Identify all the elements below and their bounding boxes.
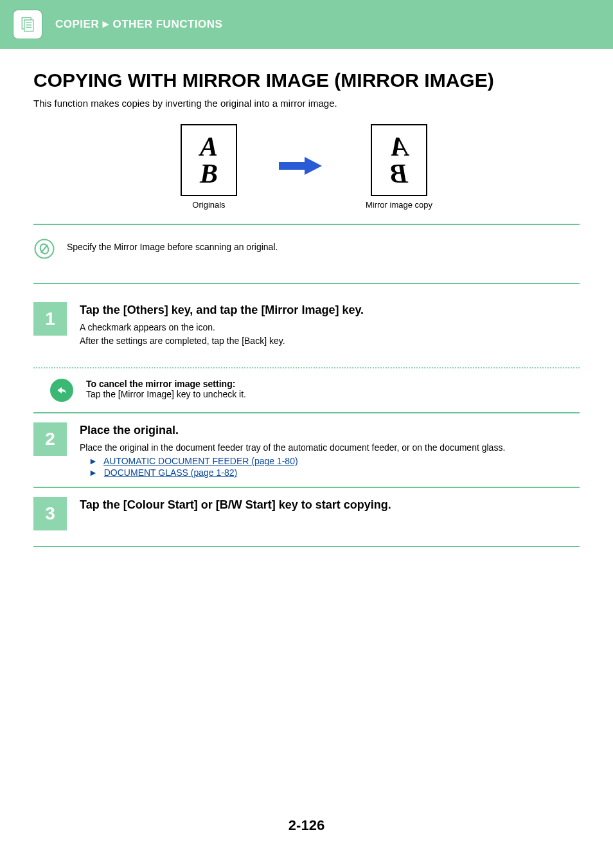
copier-icon [13, 10, 42, 39]
step-3-title: Tap the [Colour Start] or [B/W Start] ke… [80, 498, 580, 512]
link-row-1: ► AUTOMATIC DOCUMENT FEEDER (page 1-80) [80, 456, 580, 466]
breadcrumb: COPIER►OTHER FUNCTIONS [55, 18, 222, 31]
breadcrumb-copier[interactable]: COPIER [55, 18, 99, 30]
breadcrumb-arrow-icon: ► [100, 18, 111, 30]
svg-rect-1 [24, 20, 33, 32]
svg-marker-6 [305, 157, 322, 175]
intro-text: This function makes copies by inverting … [33, 98, 580, 109]
step-2-text: Place the original in the document feede… [80, 441, 580, 455]
step-2-body: Place the original. Place the original i… [80, 422, 580, 478]
page-title: COPYING WITH MIRROR IMAGE (MIRROR IMAGE) [33, 69, 580, 91]
diagram-original: A B Originals [181, 124, 237, 210]
step-number-badge: 2 [33, 422, 67, 456]
letter-a: A [200, 133, 218, 160]
step-1-title: Tap the [Others] key, and tap the [Mirro… [80, 303, 580, 317]
triangle-bullet-icon: ► [89, 456, 98, 466]
step-1-line1: A checkmark appears on the icon. [80, 321, 580, 334]
breadcrumb-other-functions[interactable]: OTHER FUNCTIONS [113, 18, 223, 30]
svg-line-9 [41, 245, 48, 253]
end-divider [33, 546, 580, 547]
step-3: 3 Tap the [Colour Start] or [B/W Start] … [33, 487, 580, 539]
cancel-title: To cancel the mirror image setting: [86, 379, 246, 389]
link-adf[interactable]: AUTOMATIC DOCUMENT FEEDER (page 1-80) [103, 456, 298, 466]
letter-b: B [200, 160, 218, 187]
step-1: 1 Tap the [Others] key, and tap the [Mir… [33, 293, 580, 357]
divider [33, 283, 580, 284]
caption-mirror: Mirror image copy [366, 200, 432, 210]
back-icon [50, 379, 73, 402]
caption-original: Originals [181, 200, 237, 210]
step-3-body: Tap the [Colour Start] or [B/W Start] ke… [80, 497, 580, 516]
page-header: COPIER►OTHER FUNCTIONS [0, 0, 613, 49]
step-2-title: Place the original. [80, 424, 580, 437]
note-text: Specify the Mirror Image before scanning… [67, 238, 278, 252]
original-page-icon: A B [181, 124, 237, 196]
step-1-line2: After the settings are completed, tap th… [80, 334, 580, 348]
info-note: Specify the Mirror Image before scanning… [33, 234, 580, 269]
step-1-body: Tap the [Others] key, and tap the [Mirro… [80, 302, 580, 348]
step-2: 2 Place the original. Place the original… [33, 412, 580, 487]
link-document-glass[interactable]: DOCUMENT GLASS (page 1-82) [104, 467, 237, 478]
link-row-2: ► DOCUMENT GLASS (page 1-82) [80, 467, 580, 478]
cancel-body: Tap the [Mirror Image] key to uncheck it… [86, 389, 246, 399]
note-icon [33, 238, 55, 260]
cancel-note-body: To cancel the mirror image setting: Tap … [86, 379, 246, 399]
page-number: 2-126 [0, 817, 613, 853]
cancel-note: To cancel the mirror image setting: Tap … [33, 379, 580, 412]
step-number-badge: 3 [33, 497, 67, 530]
step-number-badge: 1 [33, 302, 67, 336]
letter-a-mirrored: A [390, 133, 408, 160]
mirror-diagram: A B Originals A B Mirror image copy [33, 124, 580, 210]
dotted-divider [33, 367, 580, 368]
divider [33, 224, 580, 225]
diagram-mirror: A B Mirror image copy [366, 124, 432, 210]
svg-rect-5 [279, 162, 305, 170]
mirror-page-icon: A B [371, 124, 427, 196]
page-content: COPYING WITH MIRROR IMAGE (MIRROR IMAGE)… [0, 49, 613, 547]
triangle-bullet-icon: ► [89, 467, 98, 478]
arrow-right-icon [276, 153, 327, 181]
letter-b-mirrored: B [390, 160, 408, 187]
